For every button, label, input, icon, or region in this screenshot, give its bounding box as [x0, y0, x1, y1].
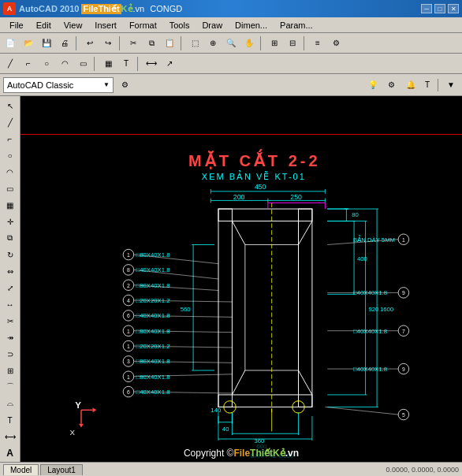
- lt-scale[interactable]: ⤢: [2, 280, 19, 296]
- zoom-button[interactable]: 🔍: [222, 35, 240, 51]
- lt-chamfer[interactable]: ⌓: [2, 396, 19, 411]
- hatch-button[interactable]: ▦: [99, 56, 117, 72]
- close-button[interactable]: ✕: [448, 4, 459, 13]
- status-coords: 0.0000, 0.0000, 0.0000: [386, 466, 459, 474]
- pan-button[interactable]: ✋: [240, 35, 258, 51]
- print-button[interactable]: 🖨: [56, 35, 73, 51]
- menu-draw[interactable]: Draw: [196, 19, 229, 32]
- menu-insert[interactable]: Insert: [88, 19, 123, 32]
- svg-text:X: X: [70, 428, 76, 437]
- dim-aligned-button[interactable]: ↗: [161, 56, 178, 72]
- save-button[interactable]: 💾: [38, 35, 55, 51]
- redo-button[interactable]: ↪: [99, 35, 117, 51]
- svg-text:4: 4: [127, 298, 130, 303]
- svg-text:40: 40: [222, 426, 229, 433]
- lt-line[interactable]: ╱: [2, 114, 19, 130]
- menu-param[interactable]: Param...: [274, 19, 319, 32]
- maximize-button[interactable]: □: [434, 4, 445, 13]
- lt-hatch[interactable]: ▦: [2, 197, 19, 213]
- minimize-button[interactable]: ─: [421, 4, 432, 13]
- lt-text[interactable]: T: [2, 412, 19, 428]
- sep7: [137, 57, 140, 71]
- brand-vn: .vn: [133, 4, 145, 13]
- svg-text:5: 5: [402, 412, 405, 418]
- brand-autocad: AutoCAD 2010: [19, 4, 79, 13]
- menu-tools[interactable]: Tools: [163, 19, 196, 32]
- arc-button[interactable]: ◠: [56, 56, 73, 72]
- tab-layout1[interactable]: Layout1: [40, 464, 83, 475]
- grid-button[interactable]: ⊟: [284, 35, 301, 51]
- lt-rotate[interactable]: ↻: [2, 247, 19, 262]
- lt-select[interactable]: ↖: [2, 98, 19, 113]
- open-button[interactable]: 📂: [20, 35, 37, 51]
- lt-polyline[interactable]: ⌐: [2, 131, 19, 147]
- lt-dim[interactable]: ⟷: [2, 429, 19, 444]
- tab-model[interactable]: Model: [3, 464, 39, 475]
- workspace-btn3[interactable]: ⚙: [384, 77, 400, 93]
- workspace-settings[interactable]: ⚙: [117, 77, 132, 93]
- svg-text:6: 6: [127, 389, 130, 395]
- undo-button[interactable]: ↩: [81, 35, 99, 51]
- lt-rect[interactable]: ▭: [2, 180, 19, 196]
- svg-line-18: [299, 370, 312, 395]
- lt-offset[interactable]: ⊃: [2, 346, 19, 362]
- technical-drawing-svg: 450 200 250: [20, 96, 462, 462]
- menu-file[interactable]: File: [3, 19, 30, 32]
- title-bar-controls: ─ □ ✕: [420, 4, 459, 13]
- svg-line-114: [134, 255, 218, 264]
- circle-button[interactable]: ○: [38, 56, 55, 72]
- lt-move[interactable]: ✛: [2, 214, 19, 229]
- prop-button[interactable]: ⚙: [327, 35, 345, 51]
- rect-button[interactable]: ▭: [74, 56, 91, 72]
- text-button[interactable]: T: [117, 56, 135, 72]
- new-button[interactable]: 📄: [2, 35, 19, 51]
- workspace-btn2[interactable]: 💡: [365, 77, 381, 93]
- paste-button[interactable]: 📋: [161, 35, 178, 51]
- workspace-select[interactable]: AutoCAD Classic ▼: [3, 77, 114, 93]
- lt-arc[interactable]: ◠: [2, 164, 19, 180]
- lt-a-label: A: [2, 445, 19, 461]
- svg-text:9: 9: [402, 290, 405, 296]
- menu-view[interactable]: View: [58, 19, 89, 32]
- lt-fillet[interactable]: ⌒: [2, 379, 19, 395]
- lt-circle[interactable]: ○: [2, 147, 19, 163]
- dim-linear-button[interactable]: ⟷: [143, 56, 160, 72]
- svg-text:560: 560: [181, 306, 191, 313]
- zoom-extent-button[interactable]: ⊕: [204, 35, 222, 51]
- lt-trim[interactable]: ✂: [2, 313, 19, 329]
- workspace-text-t: T: [422, 80, 433, 89]
- brand-congd: CONGD: [150, 4, 182, 13]
- copyright-text: Copyright ©: [184, 448, 234, 459]
- svg-line-115: [134, 270, 218, 279]
- lt-extend[interactable]: ↠: [2, 329, 19, 345]
- polyline-button[interactable]: ⌐: [20, 56, 37, 72]
- menu-format[interactable]: Format: [123, 19, 163, 32]
- lt-array[interactable]: ⊞: [2, 363, 19, 378]
- sep5: [304, 36, 307, 50]
- lt-mirror[interactable]: ⇔: [2, 263, 19, 279]
- workspace-btn4[interactable]: 🔔: [403, 77, 419, 93]
- copyright-brand-vn: .vn: [285, 448, 299, 459]
- match-prop-button[interactable]: ⬚: [186, 35, 203, 51]
- menu-edit[interactable]: Edit: [30, 19, 58, 32]
- lt-stretch[interactable]: ↔: [2, 296, 19, 312]
- workspace-arrow: ▼: [103, 81, 110, 88]
- copy-button[interactable]: ⧉: [143, 35, 160, 51]
- toolbar-row-1: 📄 📂 💾 🖨 ↩ ↪ ✂ ⧉ 📋 ⬚ ⊕ 🔍 ✋ ⊞ ⊟ ≡ ⚙: [0, 33, 462, 54]
- svg-line-17: [232, 370, 244, 395]
- app-logo: A: [3, 2, 16, 15]
- svg-text:9: 9: [402, 366, 405, 372]
- workspace-bar: AutoCAD Classic ▼ ⚙ 💡 ⚙ 🔔 T ▼: [0, 74, 462, 96]
- snap-button[interactable]: ⊞: [266, 35, 283, 51]
- layer-button[interactable]: ≡: [309, 35, 326, 51]
- cut-button[interactable]: ✂: [125, 35, 142, 51]
- copyright-brand-ke: Kẻ: [273, 448, 285, 459]
- svg-text:3: 3: [127, 359, 130, 364]
- svg-text:□40X40X1.8: □40X40X1.8: [353, 289, 387, 296]
- menu-dimension[interactable]: Dimen...: [229, 19, 274, 32]
- title-bar-left: A AutoCAD 2010 FileThiếtKẻ.vn CONGD: [3, 2, 182, 15]
- lt-copy[interactable]: ⧉: [2, 230, 19, 246]
- drawing-canvas[interactable]: MẶT CẮT 2-2 XEM BẢN VẼ KT-01 450 200 250: [20, 96, 462, 462]
- workspace-more[interactable]: ▼: [443, 77, 459, 93]
- line-button[interactable]: ╱: [2, 56, 19, 72]
